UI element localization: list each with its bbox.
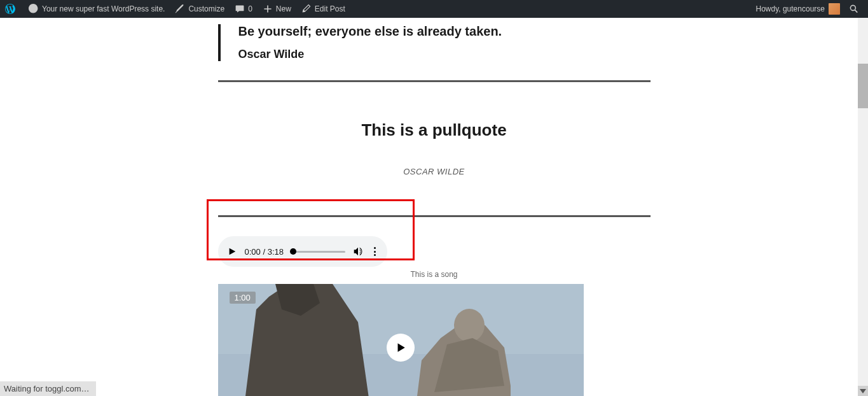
- pullquote-text: This is a pullquote: [231, 120, 638, 140]
- site-name-link[interactable]: Your new super fast WordPress site.: [24, 0, 170, 18]
- scrollbar-down-button[interactable]: [858, 386, 868, 396]
- audio-volume-button[interactable]: [352, 245, 364, 258]
- audio-play-button[interactable]: [226, 245, 238, 258]
- new-label: New: [276, 4, 291, 13]
- edit-post-link[interactable]: Edit Post: [296, 0, 350, 18]
- comments-count: 0: [248, 4, 252, 13]
- pullquote-citation: OSCAR WILDE: [403, 167, 465, 176]
- audio-seek-thumb[interactable]: [290, 248, 296, 255]
- comments-link[interactable]: 0: [230, 0, 258, 18]
- quote-citation: Oscar Wilde: [238, 48, 651, 61]
- dot-icon: [374, 247, 376, 249]
- quote-text: Be yourself; everyone else is already ta…: [238, 24, 651, 39]
- quote-block: Be yourself; everyone else is already ta…: [218, 24, 651, 61]
- chevron-down-icon: [860, 389, 866, 393]
- search-icon: [849, 4, 859, 14]
- page-content: Be yourself; everyone else is already ta…: [0, 18, 868, 396]
- plus-icon: [263, 4, 273, 14]
- audio-time-display: 0:00 / 3:18: [245, 247, 284, 257]
- audio-seek-bar[interactable]: [290, 251, 345, 253]
- wp-logo-menu[interactable]: [0, 0, 24, 18]
- new-content-link[interactable]: New: [258, 0, 296, 18]
- pencil-icon: [301, 4, 312, 14]
- admin-bar-right: Howdy, gutencourse: [750, 0, 868, 18]
- avatar: [829, 3, 840, 15]
- dashboard-icon: [29, 4, 39, 14]
- svg-point-2: [454, 309, 485, 342]
- pullquote-block: This is a pullquote OSCAR WILDE: [218, 80, 651, 217]
- customize-link[interactable]: Customize: [170, 0, 230, 18]
- vertical-scrollbar[interactable]: [858, 0, 868, 396]
- dot-icon: [374, 251, 376, 253]
- audio-player: 0:00 / 3:18: [218, 236, 387, 267]
- content-area: Be yourself; everyone else is already ta…: [218, 18, 651, 396]
- admin-bar-left: Your new super fast WordPress site. Cust…: [0, 0, 750, 18]
- play-icon: [228, 247, 237, 256]
- video-play-button[interactable]: [387, 334, 415, 362]
- account-link[interactable]: Howdy, gutencourse: [750, 0, 845, 18]
- search-toggle[interactable]: [845, 0, 863, 18]
- audio-block: 0:00 / 3:18: [218, 223, 651, 270]
- wp-admin-bar: Your new super fast WordPress site. Cust…: [0, 0, 868, 18]
- volume-icon: [352, 246, 364, 257]
- video-block[interactable]: 1:00: [218, 284, 584, 396]
- video-duration-badge: 1:00: [230, 292, 256, 304]
- greeting-text: Howdy, gutencourse: [755, 4, 825, 13]
- scrollbar-thumb[interactable]: [858, 64, 868, 108]
- audio-caption: This is a song: [218, 270, 651, 279]
- brush-icon: [175, 4, 185, 14]
- dot-icon: [374, 254, 376, 256]
- play-icon: [395, 342, 406, 353]
- edit-post-label: Edit Post: [315, 4, 345, 13]
- customize-label: Customize: [188, 4, 224, 13]
- audio-more-button[interactable]: [371, 245, 380, 258]
- wordpress-icon: [5, 4, 15, 14]
- comment-icon: [235, 4, 245, 14]
- browser-status-bar: Waiting for toggl.com…: [0, 381, 96, 396]
- site-name-text: Your new super fast WordPress site.: [42, 4, 165, 13]
